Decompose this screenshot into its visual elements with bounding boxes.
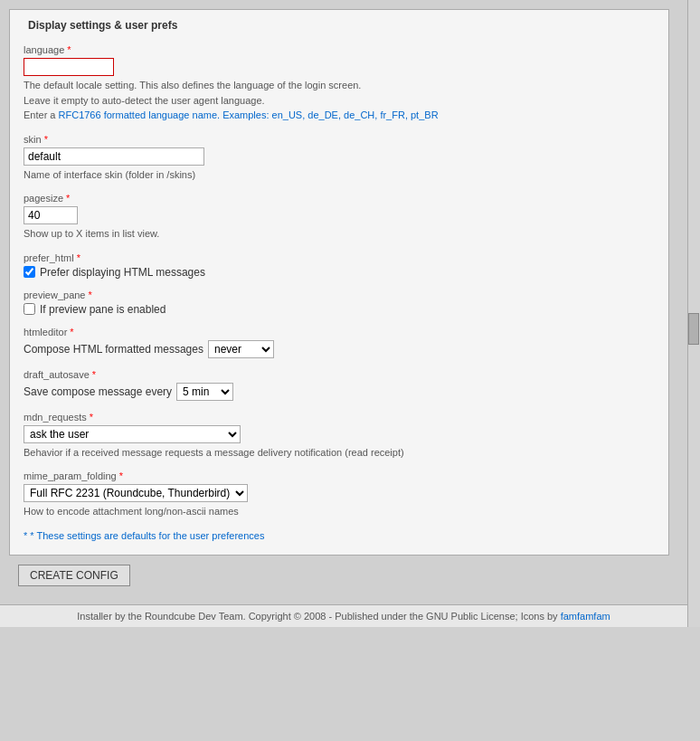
language-description: The default locale setting. This also de… [24, 78, 655, 123]
prefer-html-label: prefer_html * [24, 252, 655, 263]
fieldset-title: Display settings & user prefs [24, 19, 655, 32]
htmleditor-inline-row: Compose HTML formatted messages never al… [24, 340, 655, 358]
pagesize-input[interactable] [24, 206, 78, 224]
main-content: Display settings & user prefs language *… [0, 0, 687, 604]
prefer-html-checkbox-row: Prefer displaying HTML messages [24, 266, 655, 279]
preview-pane-field-group: preview_pane * If preview pane is enable… [24, 290, 655, 316]
preview-pane-checkbox-label: If preview pane is enabled [40, 303, 166, 316]
language-field-group: language * The default locale setting. T… [24, 44, 655, 123]
famfamfam-link[interactable]: famfamfam [561, 611, 610, 622]
pagesize-label: pagesize * [24, 193, 655, 204]
rfc1766-link[interactable]: RFC1766 [59, 109, 101, 120]
mdn-requests-field-group: mdn_requests * ask the user always send … [24, 412, 655, 461]
htmleditor-prefix: Compose HTML formatted messages [24, 343, 203, 356]
mdn-requests-label: mdn_requests * [24, 412, 655, 423]
scrollbar-thumb[interactable] [688, 313, 699, 345]
prefer-html-checkbox-label: Prefer displaying HTML messages [40, 266, 205, 279]
preview-pane-checkbox-row: If preview pane is enabled [24, 303, 655, 316]
footer-note: * * These settings are defaults for the … [24, 530, 655, 541]
mime-param-folding-select[interactable]: Full RFC 2231 (Roundcube, Thunderbird) R… [24, 484, 248, 502]
mdn-requests-description: Behavior if a received message requests … [24, 445, 655, 461]
mime-param-folding-field-group: mime_param_folding * Full RFC 2231 (Roun… [24, 470, 655, 519]
prefer-html-field-group: prefer_html * Prefer displaying HTML mes… [24, 252, 655, 279]
draft-autosave-field-group: draft_autosave * Save compose message ev… [24, 369, 655, 401]
preview-pane-checkbox[interactable] [24, 303, 35, 315]
mime-param-folding-label: mime_param_folding * [24, 470, 655, 481]
display-settings-fieldset: Display settings & user prefs language *… [9, 9, 669, 556]
content-area: Display settings & user prefs language *… [0, 0, 687, 627]
skin-label: skin * [24, 134, 655, 145]
page-wrapper: Display settings & user prefs language *… [0, 0, 700, 627]
mime-param-folding-description: How to encode attachment long/non-ascii … [24, 504, 655, 519]
scrollbar-track [687, 0, 700, 627]
skin-description: Name of interface skin (folder in /skins… [24, 167, 655, 183]
language-label: language * [24, 44, 655, 55]
pagesize-field-group: pagesize * Show up to X items in list vi… [24, 193, 655, 242]
skin-field-group: skin * Name of interface skin (folder in… [24, 134, 655, 183]
pagesize-description: Show up to X items in list view. [24, 226, 655, 242]
draft-autosave-prefix: Save compose message every [24, 385, 172, 398]
htmleditor-field-group: htmleditor * Compose HTML formatted mess… [24, 327, 655, 358]
draft-autosave-label: draft_autosave * [24, 369, 655, 380]
language-input[interactable] [24, 58, 114, 76]
page-footer: Installer by the Roundcube Dev Team. Cop… [0, 604, 687, 627]
button-row: CREATE CONFIG [18, 565, 669, 586]
prefer-html-checkbox[interactable] [24, 266, 35, 278]
preview-pane-label: preview_pane * [24, 290, 655, 300]
htmleditor-select[interactable]: never always on_reply [208, 340, 274, 358]
mdn-requests-select[interactable]: ask the user always send never send igno… [24, 425, 241, 443]
footer-text: Installer by the Roundcube Dev Team. Cop… [77, 611, 560, 622]
draft-autosave-inline-row: Save compose message every never 1 min 3… [24, 383, 655, 401]
create-config-button[interactable]: CREATE CONFIG [18, 565, 130, 586]
htmleditor-label: htmleditor * [24, 327, 655, 337]
skin-input[interactable] [24, 147, 204, 166]
draft-autosave-select[interactable]: never 1 min 3 min 5 min 10 min 30 min [176, 383, 233, 401]
